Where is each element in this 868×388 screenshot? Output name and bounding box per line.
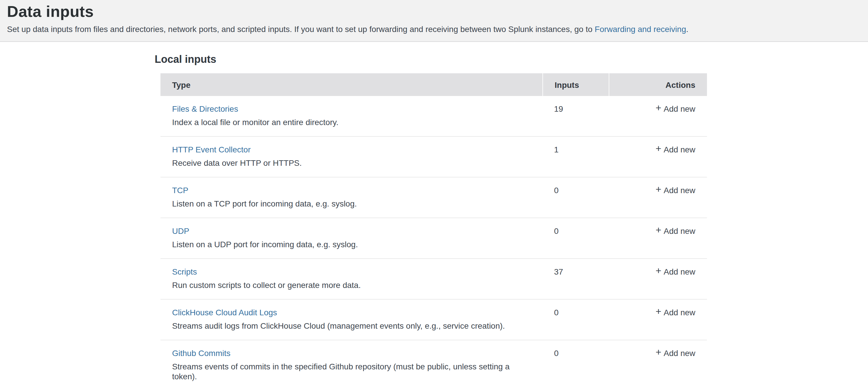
add-new-label: Add new xyxy=(664,145,695,154)
type-cell: TCP Listen on a TCP port for incoming da… xyxy=(160,185,542,209)
table-row: Github Commits Streams events of commits… xyxy=(160,340,707,388)
add-new-label: Add new xyxy=(664,185,695,195)
plus-icon: + xyxy=(655,308,661,316)
actions-cell: + Add new xyxy=(609,185,707,195)
page-viewport: Data inputs Set up data inputs from file… xyxy=(0,0,868,388)
add-new-button[interactable]: + Add new xyxy=(655,226,695,236)
type-description: Index a local file or monitor an entire … xyxy=(172,118,531,127)
add-new-button[interactable]: + Add new xyxy=(655,349,695,358)
table-body: Files & Directories Index a local file o… xyxy=(160,96,707,388)
table-header-row: Type Inputs Actions xyxy=(160,73,707,96)
table-row: TCP Listen on a TCP port for incoming da… xyxy=(160,177,707,218)
type-cell: HTTP Event Collector Receive data over H… xyxy=(160,145,542,168)
type-link[interactable]: TCP xyxy=(172,185,188,195)
add-new-button[interactable]: + Add new xyxy=(655,104,695,113)
type-description: Listen on a UDP port for incoming data, … xyxy=(172,240,531,249)
table-row: Scripts Run custom scripts to collect or… xyxy=(160,259,707,300)
inputs-count: 0 xyxy=(554,226,559,236)
type-link[interactable]: Scripts xyxy=(172,267,197,276)
forwarding-and-receiving-link[interactable]: Forwarding and receiving xyxy=(595,24,686,34)
add-new-button[interactable]: + Add new xyxy=(655,185,695,195)
plus-icon: + xyxy=(655,267,661,275)
inputs-cell: 0 xyxy=(542,308,609,317)
type-description: Listen on a TCP port for incoming data, … xyxy=(172,199,531,209)
inputs-cell: 0 xyxy=(542,349,609,358)
local-inputs-heading: Local inputs xyxy=(155,54,868,66)
actions-cell: + Add new xyxy=(609,349,707,358)
page-title: Data inputs xyxy=(7,3,861,21)
inputs-cell: 0 xyxy=(542,185,609,195)
main-content: Local inputs Type Inputs Actions Files &… xyxy=(0,42,868,388)
inputs-count: 1 xyxy=(554,145,559,154)
add-new-button[interactable]: + Add new xyxy=(655,267,695,276)
type-description: Receive data over HTTP or HTTPS. xyxy=(172,158,531,168)
table-row: UDP Listen on a UDP port for incoming da… xyxy=(160,218,707,259)
type-link[interactable]: Files & Directories xyxy=(172,104,238,113)
inputs-cell: 19 xyxy=(542,104,609,113)
add-new-label: Add new xyxy=(664,104,695,113)
inputs-cell: 1 xyxy=(542,145,609,154)
inputs-count: 19 xyxy=(554,104,563,113)
plus-icon: + xyxy=(655,185,661,194)
inputs-count: 0 xyxy=(554,185,559,195)
page-subtitle: Set up data inputs from files and direct… xyxy=(7,24,861,35)
type-link[interactable]: UDP xyxy=(172,226,189,236)
column-header-inputs: Inputs xyxy=(542,73,609,96)
type-link[interactable]: Github Commits xyxy=(172,349,230,358)
actions-cell: + Add new xyxy=(609,104,707,113)
inputs-count: 0 xyxy=(554,349,559,358)
type-description: Streams events of commits in the specifi… xyxy=(172,362,531,382)
actions-cell: + Add new xyxy=(609,308,707,317)
table-row: ClickHouse Cloud Audit Logs Streams audi… xyxy=(160,300,707,340)
inputs-count: 37 xyxy=(554,267,563,276)
inputs-cell: 0 xyxy=(542,226,609,236)
add-new-label: Add new xyxy=(664,349,695,358)
table-row: HTTP Event Collector Receive data over H… xyxy=(160,137,707,177)
type-link[interactable]: ClickHouse Cloud Audit Logs xyxy=(172,308,277,317)
type-cell: Files & Directories Index a local file o… xyxy=(160,104,542,127)
add-new-label: Add new xyxy=(664,308,695,317)
inputs-cell: 37 xyxy=(542,267,609,276)
plus-icon: + xyxy=(655,349,661,357)
page-header: Data inputs Set up data inputs from file… xyxy=(0,0,868,42)
column-header-type: Type xyxy=(160,73,542,96)
plus-icon: + xyxy=(655,145,661,153)
add-new-button[interactable]: + Add new xyxy=(655,145,695,154)
actions-cell: + Add new xyxy=(609,226,707,236)
plus-icon: + xyxy=(655,226,661,234)
inputs-count: 0 xyxy=(554,308,559,317)
type-cell: ClickHouse Cloud Audit Logs Streams audi… xyxy=(160,308,542,331)
subtitle-text-before: Set up data inputs from files and direct… xyxy=(7,24,595,34)
actions-cell: + Add new xyxy=(609,145,707,154)
type-cell: Scripts Run custom scripts to collect or… xyxy=(160,267,542,290)
type-description: Streams audit logs from ClickHouse Cloud… xyxy=(172,321,531,331)
type-cell: UDP Listen on a UDP port for incoming da… xyxy=(160,226,542,249)
type-link[interactable]: HTTP Event Collector xyxy=(172,145,251,154)
add-new-label: Add new xyxy=(664,226,695,236)
type-description: Run custom scripts to collect or generat… xyxy=(172,280,531,290)
table-row: Files & Directories Index a local file o… xyxy=(160,96,707,137)
subtitle-text-after: . xyxy=(686,24,688,34)
add-new-button[interactable]: + Add new xyxy=(655,308,695,317)
plus-icon: + xyxy=(655,104,661,112)
type-cell: Github Commits Streams events of commits… xyxy=(160,349,542,382)
data-inputs-table: Type Inputs Actions Files & Directories … xyxy=(160,73,707,388)
column-header-actions: Actions xyxy=(609,73,707,96)
actions-cell: + Add new xyxy=(609,267,707,276)
add-new-label: Add new xyxy=(664,267,695,276)
